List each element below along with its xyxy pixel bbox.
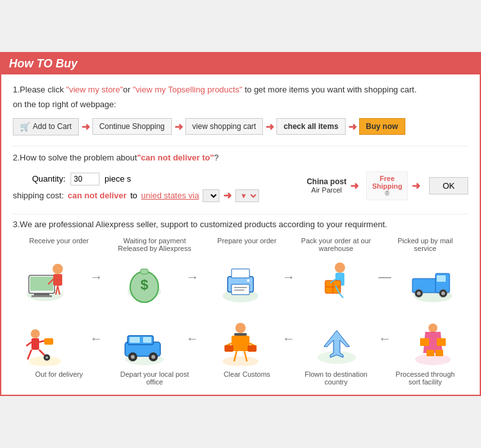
svg-point-35 (417, 291, 421, 295)
process-flow: Receive your order Waiting for payment R… (13, 237, 468, 386)
ok-button[interactable]: OK (429, 177, 468, 194)
section-3: 3.We are professional Aliexpress seller,… (13, 220, 468, 229)
flow-arrow-3: → (282, 270, 295, 284)
svg-rect-60 (232, 336, 249, 351)
svg-point-57 (223, 356, 258, 366)
svg-rect-70 (420, 338, 429, 346)
china-post-line2: Air Parcel (307, 186, 346, 194)
main-container: How TO Buy 1.Please click "view my store… (0, 52, 481, 395)
svg-point-47 (46, 356, 48, 359)
svg-rect-19 (234, 287, 247, 288)
shipping-option-dropdown[interactable]: ▼ (235, 189, 259, 202)
via-dropdown[interactable] (203, 189, 219, 202)
flow-arrow-back2: ← (186, 331, 199, 346)
shipping-label2: Shipping (372, 182, 402, 190)
icon-out-delivery (19, 316, 77, 368)
add-to-cart-button[interactable]: 🛒 Add to Cart (13, 118, 79, 135)
s3-text: 3.We are professional Aliexpress seller,… (13, 220, 468, 229)
s2-title2: ? (214, 153, 219, 162)
label-row1-2: Waiting for payment Released by Aliexpre… (116, 237, 193, 252)
label-row1-4: Pack your order at our warehouse (301, 237, 371, 252)
piece-label: piece s (105, 174, 131, 184)
cart-icon: 🛒 (20, 122, 30, 132)
flow-arrow-1: → (90, 270, 103, 284)
flow-arrow-2: → (186, 270, 199, 284)
svg-point-21 (247, 279, 249, 282)
quantity-row: Quantity: piece s (32, 173, 291, 185)
shipping-row: shipping cost: can not deliver to unied … (13, 189, 291, 202)
view-cart-button[interactable]: view shopping cart (185, 118, 263, 135)
destination-link[interactable]: unied states via (141, 191, 199, 200)
icon-prepare-order (212, 255, 269, 306)
svg-rect-51 (130, 337, 140, 343)
icon-sort-facility (404, 316, 462, 368)
label-row2-2: Depart your local post office (116, 370, 193, 386)
icon-flight (308, 316, 366, 368)
svg-line-41 (26, 342, 31, 346)
page-title: How TO Buy (1, 53, 480, 74)
section1-text: 1.Please click "view my store"or "view m… (13, 83, 468, 97)
section-1: 1.Please click "view my store"or "view m… (13, 83, 468, 135)
svg-rect-2 (30, 277, 53, 291)
svg-rect-59 (234, 333, 247, 336)
add-to-cart-label: Add to Cart (33, 122, 72, 131)
check-items-button[interactable]: check all items (276, 118, 345, 135)
svg-rect-20 (234, 289, 244, 291)
continue-shopping-label: Continue Shopping (99, 122, 165, 131)
quantity-label: Quantity: (32, 174, 65, 184)
svg-rect-66 (248, 345, 257, 352)
arrow1: ➜ (81, 121, 90, 133)
label-row2-5: Processed through sort facility (393, 370, 457, 386)
icon-pack-order (308, 255, 366, 306)
divider1 (13, 146, 468, 146)
svg-rect-17 (232, 269, 249, 278)
svg-text:$: $ (140, 277, 148, 293)
label-row1-5: Picked up by mail service (393, 237, 457, 252)
svg-rect-4 (31, 295, 52, 297)
step-flow: 🛒 Add to Cart ➜ Continue Shopping ➜ view… (13, 118, 468, 135)
s2-highlight: "can not deliver to" (137, 153, 214, 162)
label-row2-1: Out for delivery (24, 370, 94, 386)
view-topselling-link[interactable]: "view my Topselling products" (133, 85, 242, 94)
icon-customs (212, 316, 269, 368)
svg-rect-71 (437, 338, 446, 346)
svg-rect-6 (53, 274, 62, 286)
svg-rect-65 (224, 345, 233, 352)
svg-point-56 (151, 355, 155, 359)
view-store-link[interactable]: "view my store" (66, 85, 123, 94)
svg-rect-3 (34, 293, 49, 295)
shipping-arrow1: ➜ (223, 189, 232, 202)
view-cart-label: view shopping cart (192, 122, 256, 131)
ok-arrow: ➜ (412, 180, 420, 192)
cannot-deliver-text: can not deliver (68, 191, 127, 200)
label-row1-3: Prepare your order (215, 237, 279, 252)
svg-point-58 (235, 323, 246, 333)
svg-line-29 (339, 293, 343, 298)
post-arrow: ➜ (350, 180, 359, 192)
s1-text4: on the top right of webpage: (13, 98, 468, 112)
arrow3: ➜ (266, 121, 274, 133)
svg-point-39 (31, 329, 40, 338)
s1-text2: or (123, 85, 133, 94)
shipping-to-text: to (130, 191, 137, 200)
shipping-label: shipping cost: (13, 191, 64, 200)
svg-rect-13 (140, 269, 148, 274)
continue-shopping-button[interactable]: Continue Shopping (92, 118, 172, 135)
quantity-input[interactable] (71, 173, 99, 185)
s2-title: 2.How to solve the problem about"can not… (13, 151, 468, 165)
flow-arrow-back1: ← (90, 331, 103, 346)
buy-now-label: Buy now (366, 122, 398, 131)
svg-rect-33 (437, 275, 446, 282)
section-2: 2.How to solve the problem about"can not… (13, 151, 468, 205)
icon-receive-order (19, 255, 77, 306)
icon-payment: $ (115, 255, 173, 306)
china-post-line1: China post (307, 177, 346, 186)
s1-text1: 1.Please click (13, 85, 66, 94)
buy-now-button[interactable]: Buy now (359, 118, 405, 135)
svg-rect-52 (143, 337, 151, 343)
svg-line-42 (39, 341, 44, 342)
shipping-circle: ® (372, 190, 402, 197)
svg-point-37 (441, 291, 445, 295)
free-label: Free (372, 175, 402, 182)
china-post-box: China post Air Parcel (307, 177, 346, 194)
